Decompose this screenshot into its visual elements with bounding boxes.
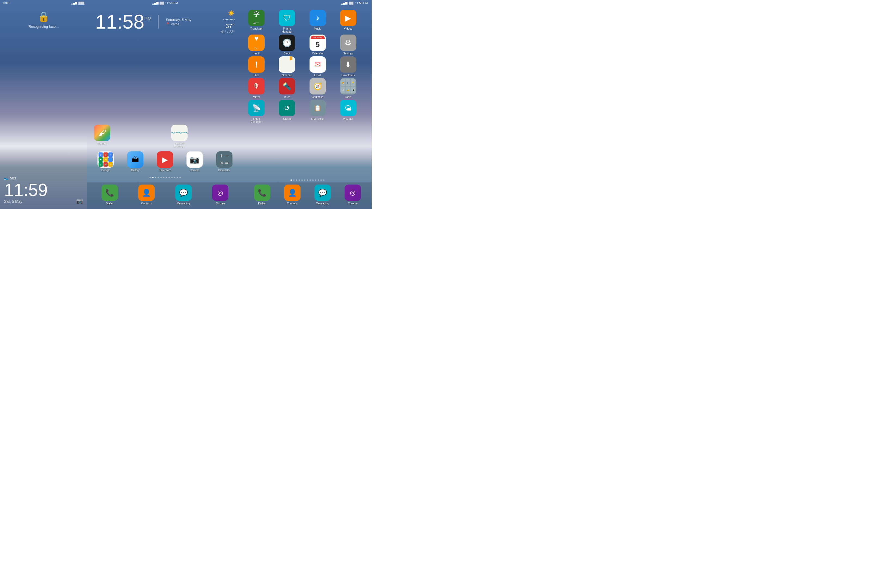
camera-label: Camera — [190, 169, 200, 172]
app-smart-controller[interactable]: 📡 Smart Controller — [247, 100, 266, 123]
app-weather[interactable]: 🌤 Weather — [339, 100, 358, 123]
app-music[interactable]: ♪ Music — [308, 10, 327, 33]
app-play-store[interactable]: ▶ Play Store — [156, 152, 174, 172]
apps-contacts-icon: 👤 — [288, 189, 297, 197]
apps-dialler-icon: 📞 — [258, 189, 267, 197]
home-signal-icon: ▂▄▆ — [152, 1, 159, 4]
app-camera[interactable]: 📷 Camera — [185, 152, 204, 172]
sim-toolkit-icon: 📋 — [314, 105, 321, 112]
app-clock[interactable]: 🕐 Clock — [278, 34, 297, 55]
messaging-icon: 💬 — [179, 189, 188, 197]
steps-shoe-icon: 👟 — [4, 176, 9, 180]
recognizing-text: Recognising face... — [28, 24, 59, 28]
apps-dock-contacts[interactable]: 👤 Contacts — [283, 184, 302, 205]
backup-icon: ↺ — [284, 104, 290, 112]
calculator-icon: + −× = — [220, 153, 229, 166]
dot-2 — [152, 177, 153, 178]
app-calendar[interactable]: Saturday 5 Calendar — [308, 34, 327, 55]
app-files[interactable]: ! Files — [247, 56, 266, 77]
calendar-inner: Saturday 5 — [310, 36, 325, 50]
dot-10 — [174, 177, 175, 178]
dot-11 — [177, 177, 178, 178]
weather-temperature: 37° — [226, 22, 235, 30]
dot-3 — [155, 177, 156, 178]
home-app-row-2: g+ G ✉ ▶ 🗺 🌐 ▷ 📷 ⚙ Google 🏔 — [93, 152, 237, 172]
apps-dock-chrome[interactable]: ◎ Chrome — [343, 184, 362, 205]
dock-contacts[interactable]: 👤 Contacts — [137, 184, 156, 205]
dot-12 — [179, 177, 181, 178]
dock-messaging[interactable]: 💬 Messaging — [174, 184, 193, 205]
apps-dock-dialler[interactable]: 📞 Dialler — [253, 184, 272, 205]
email-label: Email — [314, 74, 321, 77]
app-sound-recorder[interactable]: 〜〜〜 Sound Recorder — [170, 124, 189, 148]
home-app-row-1: 🖌 Themes 〜〜〜 Sound Recorder — [93, 124, 237, 148]
apps-dot-7 — [307, 179, 308, 181]
dot-7 — [166, 177, 167, 178]
app-backup[interactable]: ↺ Backup — [278, 100, 297, 123]
home-dots-indicator — [93, 177, 237, 178]
clock-separator — [158, 15, 159, 28]
app-videos[interactable]: ▶ Videos — [339, 10, 358, 33]
app-settings[interactable]: ⚙ Settings — [339, 34, 358, 55]
gallery-label: Gallery — [131, 169, 140, 172]
apps-signal-icon: ▂▄▆ — [341, 1, 347, 4]
calendar-header: Saturday — [310, 36, 325, 39]
gallery-icon: 🏔 — [132, 156, 139, 164]
dock-chrome[interactable]: ◎ Chrome — [211, 184, 230, 205]
app-calculator[interactable]: + −× = Calculator — [215, 152, 234, 172]
dock-dialler[interactable]: 📞 Dialler — [100, 184, 119, 205]
apps-dock-messaging[interactable]: 💬 Messaging — [313, 184, 332, 205]
app-health[interactable]: ♥〜 Health — [247, 34, 266, 55]
settings-icon: ⚙ — [345, 38, 351, 47]
app-themes[interactable]: 🖌 Themes — [93, 124, 112, 148]
contacts-label: Contacts — [141, 202, 152, 205]
apps-panel: ▂▄▆ ▓▓ 11:58 PM 字a→ Translator 🛡 Phone M… — [243, 0, 372, 209]
app-compass[interactable]: 🧭 Compass — [308, 78, 327, 99]
apps-messaging-label: Messaging — [316, 202, 329, 205]
app-tools[interactable]: 📻 🔊 💡 ⚠ 🔐 📲 Tools — [339, 78, 358, 99]
location-pin-icon: 📍 — [166, 22, 170, 26]
health-label: Health — [253, 52, 261, 55]
calendar-label: Calendar — [312, 52, 323, 55]
sound-recorder-icon: 〜〜〜 — [171, 128, 188, 138]
phone-manager-icon: 🛡 — [283, 14, 291, 22]
camera-shortcut-icon[interactable]: 📷 — [76, 198, 83, 204]
email-icon: ✉ — [314, 60, 321, 69]
music-label: Music — [314, 27, 321, 30]
home-time: 11:58 PM — [165, 2, 178, 4]
app-notepad[interactable]: Notepad — [278, 56, 297, 77]
backup-label: Backup — [283, 117, 291, 120]
apps-messaging-icon: 💬 — [318, 189, 327, 197]
home-screen: ▂▄▆ ▓▓ 11:58 PM 11:58 PM Saturday, 5 May… — [87, 0, 243, 209]
smart-controller-label: Smart Controller — [247, 117, 266, 123]
app-google[interactable]: g+ G ✉ ▶ 🗺 🌐 ▷ 📷 ⚙ Google — [96, 152, 115, 172]
lock-time: 11:59 — [4, 181, 83, 199]
app-torch[interactable]: 🔦 Torch — [278, 78, 297, 99]
apps-dot-8 — [309, 179, 311, 181]
app-email[interactable]: ✉ Email — [308, 56, 327, 77]
app-sim-toolkit[interactable]: 📋 SIM Toolkit — [308, 100, 327, 123]
app-gallery[interactable]: 🏔 Gallery — [126, 152, 145, 172]
app-downloads[interactable]: ⬇ Downloads — [339, 56, 358, 77]
apps-dialler-label: Dialler — [258, 202, 266, 205]
home-date: Saturday, 5 May — [166, 18, 191, 22]
apps-dot-10 — [315, 179, 316, 181]
app-phone-manager[interactable]: 🛡 Phone Manager — [278, 10, 297, 33]
camera-icon: 📷 — [190, 155, 199, 164]
phone-manager-label: Phone Manager — [278, 27, 297, 33]
weather-label: Weather — [343, 117, 353, 120]
apps-grid: 字a→ Translator 🛡 Phone Manager ♪ Music ▶… — [243, 6, 372, 178]
sound-recorder-label: Sound Recorder — [170, 142, 189, 148]
apps-dot-12 — [320, 179, 322, 181]
apps-time: 11:58 PM — [355, 2, 368, 4]
home-date-location: Saturday, 5 May 📍 Patna — [166, 18, 191, 26]
apps-dot-11 — [318, 179, 319, 181]
lock-body: 🔒 Recognising face... — [0, 6, 87, 173]
apps-contacts-label: Contacts — [287, 202, 297, 205]
app-translator[interactable]: 字a→ Translator — [247, 10, 266, 33]
files-label: Files — [254, 74, 259, 77]
app-mirror[interactable]: 🎙 Mirror — [247, 78, 266, 99]
notepad-label: Notepad — [282, 74, 292, 77]
home-location: 📍 Patna — [166, 22, 191, 26]
apps-dot-5 — [302, 179, 303, 181]
